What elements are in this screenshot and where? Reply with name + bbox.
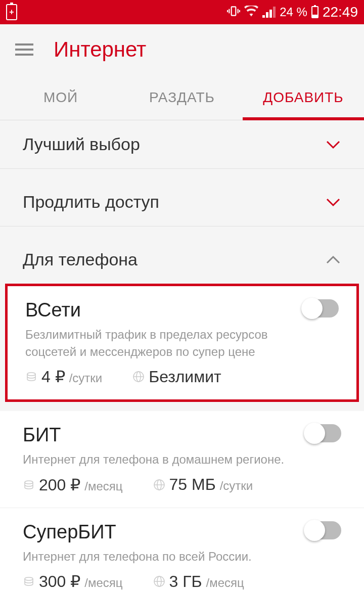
app-header: Интернет	[0, 24, 364, 75]
svg-point-9	[25, 481, 33, 484]
price-unit: /сутки	[69, 371, 103, 385]
price-value: 4 ₽	[41, 367, 65, 386]
quota-value: 3 ГБ	[169, 572, 202, 590]
chevron-down-icon	[325, 137, 341, 153]
chevron-up-icon	[325, 252, 341, 268]
toggle-switch[interactable]	[305, 521, 341, 539]
option-name: БИТ	[23, 424, 284, 446]
svg-point-13	[25, 577, 33, 580]
status-bar: + 24 % 22:49	[0, 0, 364, 24]
toggle-switch[interactable]	[305, 424, 341, 442]
quota-unit: /месяц	[206, 576, 244, 590]
section-title: Лучший выбор	[23, 134, 140, 154]
coins-icon	[25, 371, 37, 383]
price-unit: /месяц	[84, 576, 122, 590]
option-name: СуперБИТ	[23, 521, 252, 543]
coins-icon	[23, 479, 35, 491]
section-title: Для телефона	[23, 250, 138, 269]
page-title: Интернет	[54, 37, 146, 62]
coins-icon	[23, 575, 35, 587]
globe-icon	[153, 575, 165, 587]
clock: 22:49	[323, 4, 358, 20]
option-superbit[interactable]: СуперБИТ Интернет для телефона по всей Р…	[0, 508, 364, 590]
svg-rect-0	[232, 7, 236, 15]
section-best-choice[interactable]: Лучший выбор	[0, 120, 364, 169]
globe-icon	[132, 371, 145, 383]
quota-value: Безлимит	[149, 368, 221, 386]
section-title: Продлить доступ	[23, 192, 159, 212]
tab-add[interactable]: ДОБАВИТЬ	[243, 75, 364, 120]
section-extend-access[interactable]: Продлить доступ	[0, 178, 364, 226]
section-for-phone[interactable]: Для телефона	[0, 236, 364, 284]
quota-value: 75 МБ	[169, 475, 216, 494]
battery-icon	[311, 6, 318, 18]
globe-icon	[153, 479, 165, 491]
battery-charging-icon: +	[6, 4, 17, 20]
price-value: 300 ₽	[39, 572, 80, 590]
option-desc: Интернет для телефона в домашнем регионе…	[23, 451, 284, 468]
price-value: 200 ₽	[39, 475, 80, 494]
tabs: МОЙ РАЗДАТЬ ДОБАВИТЬ	[0, 75, 364, 120]
svg-point-5	[27, 373, 35, 376]
chevron-down-icon	[325, 194, 341, 210]
option-name: ВСети	[25, 299, 302, 321]
option-desc: Интернет для телефона по всей России.	[23, 548, 252, 565]
tab-share[interactable]: РАЗДАТЬ	[121, 75, 243, 120]
signal-icon	[262, 7, 276, 18]
toggle-switch[interactable]	[302, 299, 339, 317]
battery-percentage: 24 %	[280, 5, 307, 19]
vibrate-icon	[227, 5, 240, 20]
menu-icon[interactable]	[15, 43, 33, 56]
wifi-icon	[244, 6, 258, 19]
option-vseti[interactable]: ВСети Безлимитный трафик в пределах ресу…	[5, 284, 359, 402]
tab-my[interactable]: МОЙ	[0, 75, 121, 120]
quota-unit: /сутки	[220, 479, 253, 493]
option-bit[interactable]: БИТ Интернет для телефона в домашнем рег…	[0, 411, 364, 508]
option-desc: Безлимитный трафик в пределах ресурсов с…	[25, 326, 302, 360]
price-unit: /месяц	[84, 479, 122, 493]
